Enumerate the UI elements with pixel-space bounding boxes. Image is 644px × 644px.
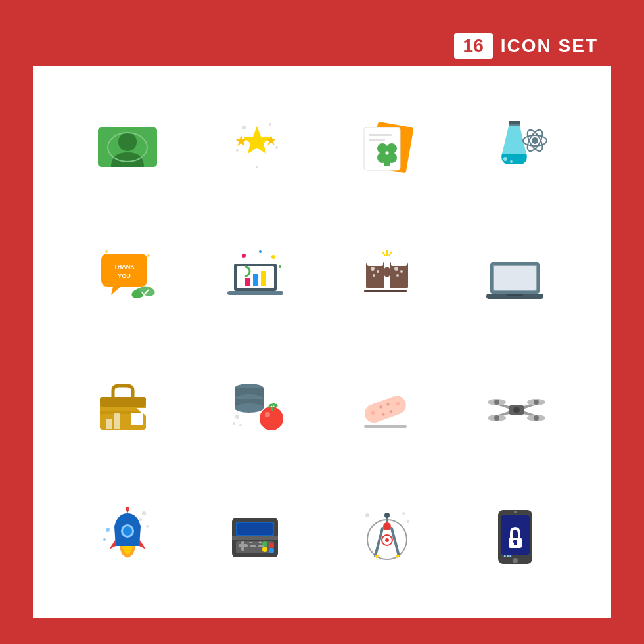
svg-rect-66 — [507, 294, 523, 296]
svg-text:+: + — [258, 539, 262, 546]
svg-rect-72 — [114, 413, 120, 429]
svg-point-121 — [269, 548, 274, 553]
svg-point-31 — [147, 254, 150, 257]
svg-rect-64 — [494, 266, 536, 290]
svg-point-25 — [532, 137, 538, 144]
svg-point-139 — [384, 513, 390, 518]
svg-point-102 — [534, 415, 539, 421]
svg-rect-18 — [369, 134, 392, 136]
icon-briefcase-arrow — [72, 352, 183, 462]
svg-point-101 — [494, 415, 499, 421]
svg-rect-142 — [501, 515, 530, 555]
svg-rect-71 — [106, 419, 112, 429]
svg-rect-61 — [364, 290, 407, 292]
svg-rect-17 — [384, 159, 390, 166]
svg-rect-115 — [232, 536, 278, 540]
svg-point-30 — [105, 250, 108, 253]
svg-point-128 — [402, 512, 405, 515]
icon-game-console: − + — [202, 482, 313, 592]
icons-grid: THANK YOU — [33, 66, 611, 618]
svg-point-106 — [146, 525, 149, 528]
svg-point-54 — [373, 274, 375, 277]
svg-point-111 — [103, 538, 106, 541]
svg-point-133 — [383, 522, 391, 530]
svg-point-60 — [396, 274, 399, 277]
icon-laptop — [462, 222, 572, 333]
svg-point-35 — [242, 254, 246, 258]
svg-text:−: − — [249, 539, 253, 546]
svg-point-109 — [123, 526, 132, 536]
svg-point-38 — [279, 265, 281, 268]
svg-point-36 — [259, 250, 262, 253]
svg-rect-114 — [237, 523, 273, 535]
svg-rect-43 — [261, 271, 266, 286]
svg-point-146 — [514, 511, 517, 513]
icon-stars — [202, 92, 313, 202]
svg-marker-10 — [266, 135, 277, 145]
svg-rect-21 — [509, 121, 520, 124]
svg-rect-56 — [391, 258, 407, 266]
svg-point-7 — [256, 166, 258, 168]
svg-point-129 — [407, 520, 409, 523]
svg-point-6 — [236, 149, 239, 152]
svg-point-137 — [385, 538, 389, 542]
svg-point-119 — [269, 543, 274, 548]
svg-point-81 — [235, 415, 239, 419]
header: 16 ICON SET — [33, 26, 611, 66]
icon-bandage — [332, 352, 442, 462]
svg-rect-45 — [227, 291, 283, 295]
icon-rocket — [72, 482, 183, 592]
svg-rect-50 — [367, 258, 383, 266]
svg-point-122 — [262, 547, 267, 552]
svg-point-104 — [513, 407, 520, 413]
svg-text:YOU: YOU — [118, 273, 131, 279]
svg-rect-68 — [100, 397, 146, 407]
icon-database-tomato — [202, 352, 313, 462]
svg-point-1 — [118, 133, 137, 151]
svg-rect-42 — [253, 274, 258, 286]
icon-phone-lock: ●●● — [462, 482, 572, 592]
svg-line-47 — [382, 252, 385, 256]
icon-thank-you: THANK YOU — [72, 222, 183, 333]
svg-point-58 — [394, 267, 398, 271]
svg-point-53 — [377, 270, 379, 273]
svg-point-52 — [371, 267, 375, 271]
svg-point-13 — [377, 143, 388, 154]
svg-rect-118 — [241, 541, 244, 551]
svg-point-83 — [239, 424, 242, 426]
svg-point-147 — [513, 558, 518, 563]
svg-rect-145 — [514, 542, 517, 545]
svg-line-48 — [389, 252, 392, 256]
svg-point-4 — [269, 123, 271, 126]
svg-point-59 — [400, 270, 403, 273]
main-container: 16 ICON SET — [33, 26, 611, 618]
svg-rect-57 — [385, 267, 390, 277]
svg-point-110 — [106, 528, 110, 532]
svg-rect-90 — [364, 425, 407, 428]
svg-point-127 — [365, 513, 369, 517]
svg-point-5 — [275, 146, 278, 149]
icon-clover-card — [332, 92, 442, 202]
svg-point-99 — [494, 400, 499, 405]
header-number: 16 — [454, 33, 493, 59]
header-title: ICON SET — [501, 35, 598, 57]
svg-point-26 — [503, 157, 507, 161]
svg-rect-79 — [271, 407, 273, 411]
svg-line-132 — [392, 528, 399, 556]
icon-flask-atom — [462, 92, 572, 202]
svg-point-37 — [271, 255, 275, 259]
svg-point-14 — [386, 143, 397, 154]
svg-point-100 — [534, 400, 539, 405]
svg-text:THANK: THANK — [114, 264, 135, 270]
svg-point-107 — [142, 511, 146, 515]
svg-marker-8 — [242, 126, 271, 154]
svg-line-131 — [375, 528, 382, 556]
svg-point-105 — [139, 518, 142, 521]
svg-rect-19 — [369, 139, 385, 141]
svg-text:●●●: ●●● — [503, 553, 512, 558]
svg-point-3 — [242, 126, 246, 129]
svg-point-27 — [510, 160, 513, 163]
icon-compass — [332, 482, 442, 592]
svg-rect-41 — [245, 278, 250, 286]
icon-drone — [462, 352, 572, 462]
